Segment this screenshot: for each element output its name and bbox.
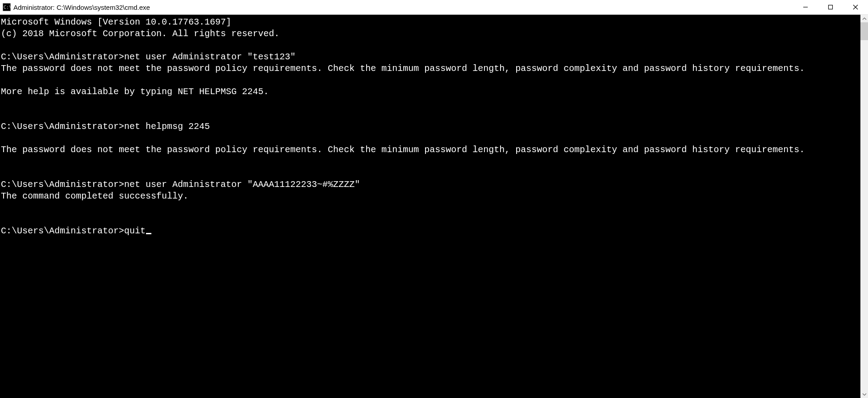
command: net user Administrator "test123": [124, 52, 296, 62]
maximize-icon: [828, 4, 833, 10]
svg-rect-1: [829, 5, 833, 9]
titlebar-left: C:\ Administrator: C:\Windows\system32\c…: [3, 3, 150, 11]
command-output: The password does not meet the password …: [1, 63, 805, 97]
client-area: Microsoft Windows [Version 10.0.17763.16…: [0, 15, 868, 398]
scroll-down-button[interactable]: [860, 390, 868, 398]
close-icon: [853, 4, 858, 10]
command-output: The command completed successfully.: [1, 191, 188, 201]
cmd-icon: C:\: [3, 3, 11, 11]
titlebar[interactable]: C:\ Administrator: C:\Windows\system32\c…: [0, 0, 868, 15]
prompt: C:\Users\Administrator>: [1, 226, 124, 236]
chevron-up-icon: [862, 17, 867, 21]
chevron-down-icon: [862, 392, 867, 397]
scroll-track[interactable]: [860, 22, 868, 390]
prompt: C:\Users\Administrator>: [1, 179, 124, 190]
maximize-button[interactable]: [818, 0, 843, 14]
command-output: The password does not meet the password …: [1, 145, 805, 155]
text-cursor: [146, 233, 151, 234]
banner-line: Microsoft Windows [Version 10.0.17763.16…: [1, 17, 231, 27]
terminal-output[interactable]: Microsoft Windows [Version 10.0.17763.16…: [0, 15, 860, 398]
command: net user Administrator "AAAA11122233~#%Z…: [124, 179, 360, 190]
minimize-icon: [803, 4, 808, 10]
prompt: C:\Users\Administrator>: [1, 121, 124, 132]
window-title: Administrator: C:\Windows\system32\cmd.e…: [13, 4, 150, 11]
current-input[interactable]: quit: [124, 226, 146, 236]
banner-line: (c) 2018 Microsoft Corporation. All righ…: [1, 29, 280, 39]
command: net helpmsg 2245: [124, 121, 210, 132]
prompt: C:\Users\Administrator>: [1, 52, 124, 62]
minimize-button[interactable]: [793, 0, 818, 14]
vertical-scrollbar[interactable]: [860, 15, 868, 398]
window-controls: [793, 0, 868, 14]
scroll-up-button[interactable]: [860, 15, 868, 22]
cmd-window: C:\ Administrator: C:\Windows\system32\c…: [0, 0, 868, 398]
scroll-thumb[interactable]: [860, 22, 868, 40]
close-button[interactable]: [843, 0, 868, 14]
